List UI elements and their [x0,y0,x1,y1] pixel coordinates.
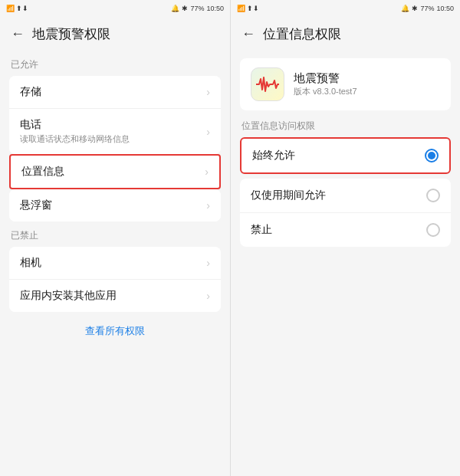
status-right: 🔔 ✱ 77% 10:50 [171,5,224,12]
chevron-icon-install: › [206,290,210,302]
app-version: 版本 v8.3.0-test7 [294,86,357,97]
list-item-phone[interactable]: 电话 读取通话状态和移动网络信息 › [9,109,221,154]
status-right-right: 🔔 ✱ 77% 10:50 [401,5,454,12]
battery-text: 77% [190,5,204,12]
list-item-storage[interactable]: 存储 › [9,76,221,109]
floating-window-wrapper: 悬浮窗 › [9,189,221,222]
option-deny-label: 禁止 [251,223,272,237]
radio-deny[interactable] [426,223,440,237]
option-while-using[interactable]: 仅使用期间允许 [240,179,451,213]
page-title-left: 地震预警权限 [32,25,110,43]
signal-icon-right: 📶 [237,5,245,12]
option-always-allow-label: 始终允许 [252,149,295,162]
signal-icon: 📶 [6,5,15,12]
list-item-floating-content: 悬浮窗 [20,199,52,212]
radio-always-allow[interactable] [425,149,439,162]
radio-while-using[interactable] [426,189,440,202]
bluetooth-icon-right: ✱ [412,5,418,12]
list-item-install-title: 应用内安装其他应用 [20,289,117,303]
battery-text-right: 77% [420,5,434,12]
denied-list: 相机 › 应用内安装其他应用 › [9,247,221,312]
option-while-using-label: 仅使用期间允许 [251,189,326,202]
back-button-right[interactable]: ← [242,26,255,42]
list-item-phone-content: 电话 读取通话状态和移动网络信息 [20,118,130,145]
permission-section-label: 位置信息访问权限 [231,110,460,137]
always-allow-wrapper: 始终允许 [240,137,451,174]
section-allowed-label: 已允许 [0,51,230,76]
waveform-svg [255,71,281,97]
notification-icon-right: 🔔 [401,5,409,12]
location-item-wrapper: 位置信息 › [9,154,221,189]
list-item-location-title: 位置信息 [21,165,64,179]
wifi-icon: ⬆⬇ [16,5,28,12]
option-always-allow[interactable]: 始终允许 [242,139,449,172]
list-item-install-content: 应用内安装其他应用 [20,289,117,303]
list-item-storage-content: 存储 [20,85,41,99]
list-item-location[interactable]: 位置信息 › [9,154,221,189]
top-bar-right: ← 位置信息权限 [231,17,460,51]
list-item-install[interactable]: 应用内安装其他应用 › [9,280,221,312]
chevron-icon-phone: › [206,126,210,138]
chevron-icon-floating: › [206,199,210,212]
view-all-link[interactable]: 查看所有权限 [0,312,230,350]
app-info-card: 地震预警 版本 v8.3.0-test7 [240,58,451,110]
list-item-camera-title: 相机 [20,256,41,270]
list-item-phone-subtitle: 读取通话状态和移动网络信息 [20,133,130,145]
option-deny[interactable]: 禁止 [240,213,451,247]
app-details: 地震预警 版本 v8.3.0-test7 [294,71,357,97]
section-denied-label: 已禁止 [0,222,230,247]
page-title-right: 位置信息权限 [263,25,341,43]
list-item-camera[interactable]: 相机 › [9,247,221,280]
radio-inner-always-allow [428,152,435,159]
wifi-icon-right: ⬆⬇ [247,5,259,12]
time-display: 10:50 [206,5,224,12]
list-item-location-content: 位置信息 [21,165,64,179]
status-bar-left: 📶 ⬆⬇ 🔔 ✱ 77% 10:50 [0,0,230,17]
back-button-left[interactable]: ← [11,26,25,42]
list-item-floating[interactable]: 悬浮窗 › [9,189,221,222]
list-item-storage-title: 存储 [20,85,41,99]
list-item-floating-title: 悬浮窗 [20,199,52,212]
status-left: 📶 ⬆⬇ [6,5,28,12]
app-name: 地震预警 [294,71,357,86]
time-display-right: 10:50 [436,5,454,12]
chevron-icon-location: › [205,166,209,178]
list-item-phone-title: 电话 [20,118,130,132]
chevron-icon-camera: › [206,257,210,269]
other-options: 仅使用期间允许 禁止 [240,179,451,247]
right-panel: 📶 ⬆⬇ 🔔 ✱ 77% 10:50 ← 位置信息权限 地震预警 版本 v8.3… [230,0,460,476]
status-bar-right: 📶 ⬆⬇ 🔔 ✱ 77% 10:50 [231,0,460,17]
list-item-camera-content: 相机 [20,256,41,270]
left-panel: 📶 ⬆⬇ 🔔 ✱ 77% 10:50 ← 地震预警权限 已允许 存储 › 电话 … [0,0,230,476]
chevron-icon: › [206,86,210,98]
bluetooth-icon: ✱ [182,5,188,12]
status-right-left: 📶 ⬆⬇ [237,5,259,12]
notification-icon: 🔔 [171,5,179,12]
top-bar-left: ← 地震预警权限 [0,17,230,51]
app-icon [251,67,284,101]
allowed-list: 存储 › 电话 读取通话状态和移动网络信息 › [9,76,221,154]
